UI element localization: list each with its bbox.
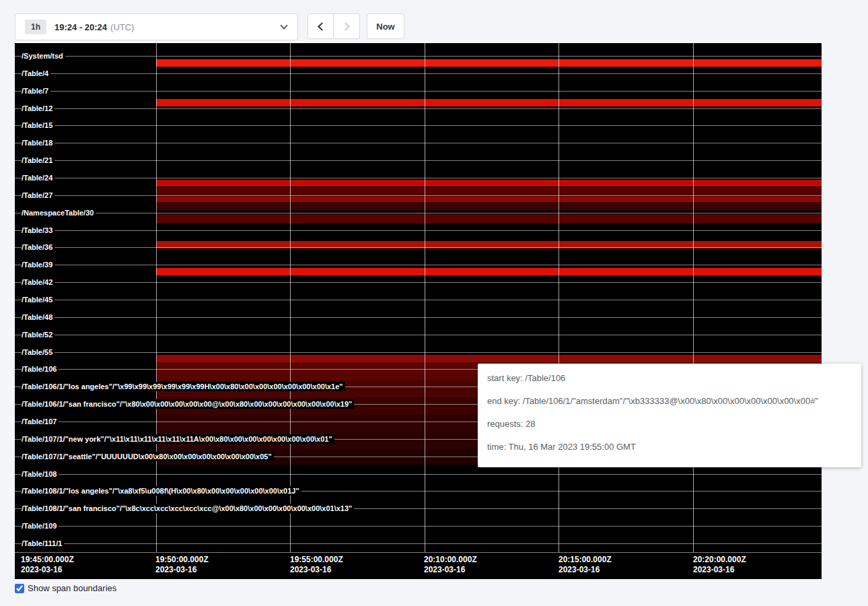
row-label: /Table/18 — [22, 138, 55, 147]
x-axis-time: 19:55:00.000Z — [290, 555, 343, 565]
row-label: /Table/36 — [22, 242, 55, 252]
x-axis-date: 2023-03-16 — [558, 565, 612, 575]
tooltip-end-key: end key: /Table/106/1/"amsterdam"/"\xb33… — [487, 395, 852, 408]
span-boundary-line — [15, 352, 822, 353]
x-axis-tick: 19:55:00.000Z2023-03-16 — [290, 555, 343, 575]
span-boundary-line — [15, 73, 822, 74]
span-boundary-line — [15, 474, 822, 475]
chevron-left-icon — [318, 22, 326, 31]
heatmap-band[interactable] — [156, 99, 822, 106]
row-label: /Table/45 — [22, 295, 55, 304]
show-span-boundaries-checkbox[interactable] — [15, 584, 24, 593]
time-range-label: 19:24 - 20:24 — [55, 22, 107, 32]
x-axis-time: 20:15:00.000Z — [558, 555, 612, 565]
previous-interval-button[interactable] — [308, 13, 334, 39]
duration-badge: 1h — [25, 20, 46, 34]
time-gridline — [290, 42, 291, 552]
span-boundary-line — [15, 543, 822, 544]
span-boundary-line — [15, 317, 822, 318]
next-interval-button[interactable] — [334, 13, 360, 39]
row-label: /Table/106 — [22, 364, 59, 374]
x-axis-tick: 20:10:00.000Z2023-03-16 — [424, 555, 477, 575]
row-label: /Table/24 — [22, 173, 55, 182]
span-boundary-line — [15, 247, 822, 248]
time-gridline — [693, 42, 694, 552]
span-boundary-line — [15, 335, 822, 335]
row-label: /Table/106/1/"san francisco"/"\x80\x00\x… — [22, 399, 354, 409]
x-axis-date: 2023-03-16 — [424, 565, 477, 575]
heatmap-band[interactable] — [156, 355, 822, 362]
x-axis-tick: 20:20:00.000Z2023-03-16 — [693, 555, 746, 575]
span-boundary-line — [15, 195, 822, 196]
tooltip-requests: requests: 28 — [487, 417, 852, 431]
row-label: /Table/12 — [22, 104, 55, 113]
x-axis-date: 2023-03-16 — [21, 565, 74, 575]
row-label: /Table/107/1/"new york"/"\x11\x11\x11\x1… — [22, 434, 334, 444]
row-label: /Table/109 — [22, 521, 59, 531]
row-label: /Table/7 — [22, 86, 50, 96]
span-boundary-line — [15, 56, 822, 57]
row-label: /Table/107/1/"seattle"/"UUUUUUD\x00\x80\… — [22, 452, 274, 461]
heatmap-canvas[interactable]: /System/tsd/Table/4/Table/7/Table/12/Tab… — [15, 42, 822, 579]
span-boundary-line — [15, 178, 822, 178]
now-button[interactable]: Now — [367, 13, 404, 39]
x-axis-tick: 19:50:00.000Z2023-03-16 — [155, 555, 209, 575]
time-gridline — [558, 42, 559, 552]
x-axis-tick: 20:15:00.000Z2023-03-16 — [558, 555, 612, 575]
heatmap-band[interactable] — [156, 59, 822, 67]
chevron-right-icon — [341, 22, 350, 31]
row-label: /Table/4 — [22, 69, 50, 78]
row-label: /Table/21 — [22, 156, 55, 165]
row-label: /Table/52 — [22, 330, 55, 339]
row-label: /Table/33 — [22, 226, 55, 235]
row-label: /System/tsd — [22, 51, 65, 61]
span-boundary-line — [15, 91, 822, 92]
span-boundary-line — [15, 108, 822, 109]
x-axis-tick: 19:45:00.000Z2023-03-16 — [21, 555, 74, 575]
span-boundary-line — [15, 230, 822, 231]
span-tooltip: start key: /Table/106 end key: /Table/10… — [478, 364, 861, 467]
x-axis-time: 19:50:00.000Z — [155, 555, 209, 565]
time-gridline — [156, 42, 157, 552]
row-label: /Table/111/1 — [22, 539, 64, 548]
row-label: /Table/108/1/"los angeles"/"\xa8\xf5\u00… — [22, 486, 301, 496]
heatmap-band[interactable] — [156, 180, 822, 187]
row-label: /Table/55 — [22, 347, 55, 357]
x-axis-date: 2023-03-16 — [155, 565, 209, 575]
row-label: /Table/107 — [22, 417, 59, 426]
x-axis-date: 2023-03-16 — [290, 565, 343, 575]
show-span-boundaries-label[interactable]: Show span boundaries — [28, 583, 116, 593]
row-label: /Table/108 — [22, 469, 59, 479]
row-label: /Table/108/1/"san francisco"/"\x8c\xcc\x… — [22, 504, 354, 513]
time-gridline — [425, 42, 425, 552]
x-axis-time: 20:10:00.000Z — [424, 555, 477, 565]
canvas-top-boundary-line — [15, 42, 822, 43]
row-label: /Table/27 — [22, 191, 55, 200]
footer-controls: Show span boundaries — [15, 583, 116, 593]
row-label: /Table/106/1/"los angeles"/"\x99\x99\x99… — [22, 382, 345, 391]
heatmap-band[interactable] — [156, 214, 822, 224]
x-axis-time: 19:45:00.000Z — [21, 555, 74, 565]
span-boundary-line — [15, 125, 822, 126]
row-label: /Table/48 — [22, 312, 55, 322]
span-boundary-line — [15, 265, 822, 265]
chevron-down-icon — [280, 22, 287, 29]
x-axis-date: 2023-03-16 — [693, 565, 746, 575]
span-boundary-line — [15, 282, 822, 283]
key-visualizer-page: 1h 19:24 - 20:24 (UTC) Now /System/tsd/T… — [0, 0, 868, 606]
row-label: /NamespaceTable/30 — [22, 208, 96, 217]
timezone-label: (UTC) — [110, 22, 134, 32]
time-nav-group — [308, 13, 360, 39]
tooltip-time: time: Thu, 16 Mar 2023 19:55:00 GMT — [487, 440, 852, 454]
span-boundary-line — [15, 143, 822, 143]
span-boundary-line — [15, 552, 822, 553]
row-label: /Table/39 — [22, 260, 55, 269]
time-range-selector[interactable]: 1h 19:24 - 20:24 (UTC) — [15, 13, 298, 40]
span-boundary-line — [15, 213, 822, 213]
span-boundary-line — [15, 160, 822, 161]
heatmap-band[interactable] — [156, 197, 822, 202]
span-boundary-line — [15, 526, 822, 527]
row-label: /Table/42 — [22, 277, 55, 287]
heatmap-band[interactable] — [156, 202, 822, 210]
heatmap-band[interactable] — [156, 268, 822, 275]
